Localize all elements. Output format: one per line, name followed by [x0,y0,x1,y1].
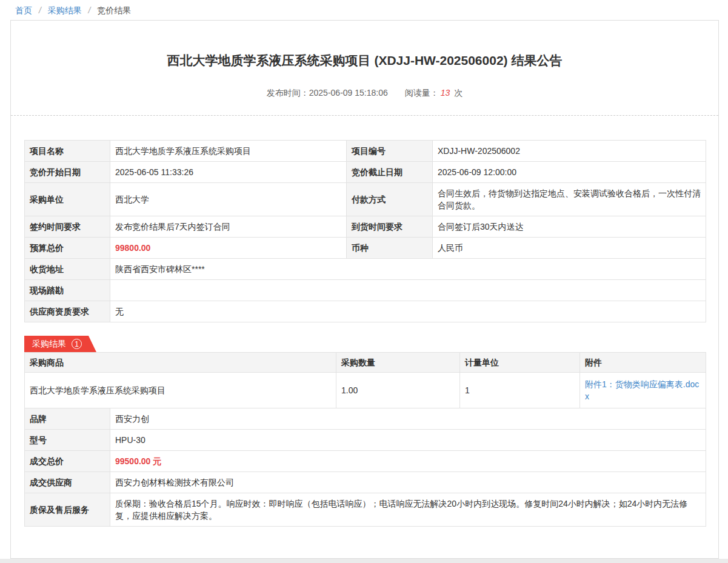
qualification-label: 供应商资质要求 [25,301,110,322]
bid-start-value: 2025-06-05 11:33:26 [110,162,347,183]
publish-meta: 发布时间：2025-06-09 15:18:06阅读量：13 次 [11,88,718,99]
model-label: 型号 [25,430,110,451]
brand-value: 西安力创 [110,408,706,430]
purchaser-value: 西北大学 [110,183,347,216]
site-survey-label: 现场踏勘 [25,280,110,301]
table-row: 质保及售后服务 质保期：验收合格后15个月。响应时效：即时响应（包括电话响应）；… [25,493,706,527]
read-count-label: 阅读量： [405,88,439,98]
result-detail-table: 品牌 西安力创 型号 HPU-30 成交总价 99500.00 元 成交供应商 … [24,408,706,527]
breadcrumb-link-procurement-results[interactable]: 采购结果 [48,5,82,15]
table-row: 现场踏勘 [25,280,706,301]
site-survey-value [110,280,706,301]
table-row: 品牌 西安力创 [25,408,706,430]
result-count-badge: 1 [72,339,82,349]
payment-label: 付款方式 [347,183,433,216]
table-row: 项目名称 西北大学地质学系液压系统采购项目 项目编号 XDJJ-HW-20250… [25,141,706,162]
header-unit: 计量单位 [460,353,580,373]
supplier-value: 西安力创材料检测技术有限公司 [110,472,706,493]
table-row: 供应商资质要求 无 [25,301,706,322]
dashed-divider [11,115,718,116]
sign-time-label: 签约时间要求 [25,216,110,238]
brand-label: 品牌 [25,408,110,430]
budget-value: 99800.00 [110,238,347,259]
table-row: 收货地址 陕西省西安市碑林区**** [25,259,706,280]
product-quantity-value: 1.00 [336,373,460,408]
table-header-row: 采购商品 采购数量 计量单位 附件 [25,353,706,373]
project-code-value: XDJJ-HW-202506002 [433,141,706,162]
project-code-label: 项目编号 [347,141,433,162]
result-badge-label: 采购结果 [32,339,66,350]
breadcrumb-link-home[interactable]: 首页 [15,5,32,15]
read-count-unit: 次 [454,88,463,98]
table-row: 采购单位 西北大学 付款方式 合同生效后，待货物到达指定地点、安装调试验收合格后… [25,183,706,216]
table-row: 竞价开始日期 2025-06-05 11:33:26 竞价截止日期 2025-0… [25,162,706,183]
warranty-label: 质保及售后服务 [25,493,110,527]
currency-value: 人民币 [433,238,706,259]
table-row: 签约时间要求 发布竞价结果后7天内签订合同 到货时间要求 合同签订后30天内送达 [25,216,706,238]
bid-end-value: 2025-06-09 12:00:00 [433,162,706,183]
breadcrumb-separator: / [39,5,41,15]
project-name-value: 西北大学地质学系液压系统采购项目 [110,141,347,162]
delivery-time-value: 合同签订后30天内送达 [433,216,706,238]
project-info-table: 项目名称 西北大学地质学系液压系统采购项目 项目编号 XDJJ-HW-20250… [24,140,706,322]
supplier-label: 成交供应商 [25,472,110,493]
table-row: 西北大学地质学系液压系统采购项目 1.00 1 附件1：货物类响应偏离表.doc… [25,373,706,408]
product-unit-value: 1 [460,373,580,408]
purchaser-label: 采购单位 [25,183,110,216]
model-value: HPU-30 [110,430,706,451]
publish-time-value: 2025-06-09 15:18:06 [309,88,388,98]
read-count-value: 13 [441,88,450,98]
deal-price-value: 99500.00 元 [110,451,706,472]
qualification-value: 无 [110,301,706,322]
breadcrumb-current-bidding-results: 竞价结果 [97,5,131,15]
bid-start-label: 竞价开始日期 [25,162,110,183]
table-row: 成交总价 99500.00 元 [25,451,706,472]
result-section-badge: 采购结果 1 [24,336,96,352]
bid-end-label: 竞价截止日期 [347,162,433,183]
budget-label: 预算总价 [25,238,110,259]
sign-time-value: 发布竞价结果后7天内签订合同 [110,216,347,238]
breadcrumb: 首页 / 采购结果 / 竞价结果 [0,0,728,20]
address-label: 收货地址 [25,259,110,280]
project-name-label: 项目名称 [25,141,110,162]
header-attachment: 附件 [580,353,706,373]
header-quantity: 采购数量 [336,353,460,373]
page-title: 西北大学地质学系液压系统采购项目 (XDJJ-HW-202506002) 结果公… [11,52,718,69]
address-value: 陕西省西安市碑林区**** [110,259,706,280]
result-items-table: 采购商品 采购数量 计量单位 附件 西北大学地质学系液压系统采购项目 1.00 … [24,352,706,408]
announcement-card: 西北大学地质学系液压系统采购项目 (XDJJ-HW-202506002) 结果公… [10,20,719,559]
publish-time-label: 发布时间： [267,88,309,98]
payment-value: 合同生效后，待货物到达指定地点、安装调试验收合格后，一次性付清合同货款。 [433,183,706,216]
page-bottom-strip [0,559,728,563]
delivery-time-label: 到货时间要求 [347,216,433,238]
header-product: 采购商品 [25,353,336,373]
table-row: 成交供应商 西安力创材料检测技术有限公司 [25,472,706,493]
breadcrumb-separator: / [88,5,91,15]
table-row: 预算总价 99800.00 币种 人民币 [25,238,706,259]
deal-price-label: 成交总价 [25,451,110,472]
product-name-value: 西北大学地质学系液压系统采购项目 [25,373,336,408]
attachment-link[interactable]: 附件1：货物类响应偏离表.docx [585,379,699,401]
warranty-value: 质保期：验收合格后15个月。响应时效：即时响应（包括电话响应）；电话响应无法解决… [110,493,706,527]
table-row: 型号 HPU-30 [25,430,706,451]
currency-label: 币种 [347,238,433,259]
